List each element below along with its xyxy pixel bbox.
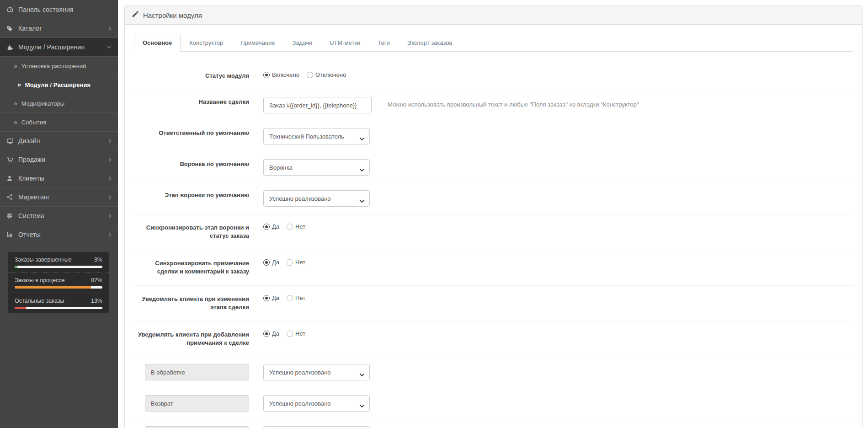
stat-label: Заказы в процессе xyxy=(15,277,64,284)
sidebar-item-маркетинг[interactable]: Маркетинг xyxy=(0,187,118,206)
sidebar-item-установка-расширений[interactable]: »Установка расширений xyxy=(0,56,118,75)
radio-circle-icon xyxy=(287,259,293,266)
stage-select[interactable]: Успешно реализовано xyxy=(263,364,370,380)
radio-option[interactable]: Да xyxy=(263,223,279,230)
sidebar-item-дизайн[interactable]: Дизайн xyxy=(0,131,118,150)
stat-value: 3% xyxy=(94,257,102,263)
field-hint: Можно использовать произвольный текст и … xyxy=(388,97,639,108)
chevron-right-icon xyxy=(108,176,112,181)
page-title: Настройки модуля xyxy=(143,11,202,19)
radio-option[interactable]: Да xyxy=(263,294,279,301)
panel-body: ОсновноеКонструкторПримечаниеЗадачиUTM-м… xyxy=(125,25,862,428)
stage-select[interactable]: Успешно реализовано xyxy=(263,395,370,412)
chevron-down-icon xyxy=(359,166,365,174)
stat-value: 13% xyxy=(91,298,102,304)
tab-экспорт-заказов[interactable]: Экспорт заказов xyxy=(399,34,461,52)
stat-value: 87% xyxy=(91,277,102,284)
sidebar-item-модули-расширения[interactable]: Модули / Расширения xyxy=(0,37,118,56)
form-row: Ответственный по умолчаниюТехнический По… xyxy=(134,121,853,152)
stage-select[interactable]: Успешно реализовано xyxy=(263,426,370,428)
tab-примечание[interactable]: Примечание xyxy=(232,34,283,52)
radio-option-label: Отключено xyxy=(315,71,346,78)
default-select[interactable]: Успешно реализовано xyxy=(263,190,370,207)
field-label: Синхронизировать этап воронки и статус з… xyxy=(134,223,249,240)
radio-circle-icon xyxy=(263,259,270,266)
select-value: Технический Пользователь xyxy=(269,133,344,140)
progress-bar xyxy=(15,307,102,309)
radio-option[interactable]: Нет xyxy=(287,330,305,337)
radio-option[interactable]: Нет xyxy=(287,223,305,230)
form-row: Уведомлять клиента при изменении этапа с… xyxy=(134,286,853,321)
sidebar-item-label: Дизайн xyxy=(18,137,108,144)
radio-circle-icon xyxy=(307,72,313,78)
radio-option[interactable]: Нет xyxy=(287,294,305,301)
radio-option-label: Да xyxy=(272,223,279,230)
default-select[interactable]: Технический Пользователь xyxy=(263,128,370,144)
sidebar: Панель состоянияКаталогМодули / Расширен… xyxy=(0,0,118,428)
form-row: Статус модуляВключеноОтключено xyxy=(134,63,853,90)
chevron-down-icon xyxy=(359,197,365,205)
sidebar-item-label: Клиенты xyxy=(18,175,108,182)
stat-row: Остальные заказы13% xyxy=(8,293,109,313)
radio-circle-icon xyxy=(287,295,293,301)
order-status-field xyxy=(145,364,249,380)
tab-задачи[interactable]: Задачи xyxy=(284,34,321,52)
order-status-field xyxy=(145,395,249,412)
sidebar-item-label: Модули / Расширения xyxy=(18,43,107,51)
sidebar-item-панель-состояния[interactable]: Панель состояния xyxy=(0,0,118,19)
radio-option[interactable]: Отключено xyxy=(307,71,346,78)
tab-основное[interactable]: Основное xyxy=(134,34,181,52)
select-value: Воронка xyxy=(269,164,293,171)
sidebar-item-каталог[interactable]: Каталог xyxy=(0,19,118,37)
radio-group: ДаНет xyxy=(263,294,313,301)
form-row: Успешно реализовано xyxy=(134,388,853,419)
share-icon xyxy=(6,194,18,200)
chevron-down-icon xyxy=(359,401,365,410)
select-value: Успешно реализовано xyxy=(269,195,331,202)
puzzle-icon xyxy=(6,44,18,51)
sidebar-item-модификаторы[interactable]: »Модификаторы xyxy=(0,94,118,112)
radio-option[interactable]: Да xyxy=(263,259,279,266)
field-label: Название сделки xyxy=(134,97,249,106)
tab-теги[interactable]: Теги xyxy=(369,34,398,52)
main-content: Настройки модуля ОсновноеКонструкторПрим… xyxy=(118,0,868,428)
radio-circle-icon xyxy=(263,295,270,301)
field-label: Синхронизировать примечание сделки и ком… xyxy=(134,258,249,276)
radio-option-label: Нет xyxy=(295,223,305,230)
tab-конструктор[interactable]: Конструктор xyxy=(181,34,232,52)
dashboard-icon xyxy=(6,6,18,13)
radio-option[interactable]: Да xyxy=(263,330,279,337)
radio-circle-icon xyxy=(263,331,270,337)
double-angle-icon: » xyxy=(14,118,17,126)
bar-chart-icon xyxy=(6,231,18,238)
sidebar-item-система[interactable]: Система xyxy=(0,206,118,225)
sidebar-item-label: Система xyxy=(18,212,108,219)
chevron-down-icon xyxy=(359,370,365,379)
deal-name-input[interactable] xyxy=(263,97,372,113)
field-label: Воронка по умолчанию xyxy=(134,159,249,168)
chevron-right-icon xyxy=(108,26,112,31)
radio-group: ВключеноОтключено xyxy=(263,71,353,78)
radio-option-label: Нет xyxy=(295,330,305,337)
sidebar-item-клиенты[interactable]: Клиенты xyxy=(0,169,118,187)
sidebar-item-события[interactable]: »События xyxy=(0,112,118,131)
sidebar-item-label: Каталог xyxy=(18,25,108,32)
field-label: Уведомлять клиента при добавлении примеч… xyxy=(134,330,249,347)
cart-icon xyxy=(6,156,18,163)
select-value: Успешно реализовано xyxy=(269,400,331,407)
stat-row: Заказы в процессе87% xyxy=(8,273,109,293)
sidebar-item-модули-расширения[interactable]: »Модули / Расширения xyxy=(0,75,118,94)
double-angle-icon: » xyxy=(14,100,17,107)
module-settings-panel: Настройки модуля ОсновноеКонструкторПрим… xyxy=(124,5,863,428)
monitor-icon xyxy=(6,138,18,144)
default-select[interactable]: Воронка xyxy=(263,159,370,176)
sidebar-item-отчеты[interactable]: Отчеты xyxy=(0,225,118,244)
radio-option[interactable]: Включено xyxy=(263,71,299,78)
form-row: Успешно реализовано xyxy=(134,419,853,428)
sidebar-item-продажи[interactable]: Продажи xyxy=(0,150,118,169)
radio-option-label: Да xyxy=(272,330,279,337)
chevron-down-icon xyxy=(107,46,112,49)
progress-fill xyxy=(15,286,91,289)
radio-option[interactable]: Нет xyxy=(287,259,305,266)
tab-utm-метки[interactable]: UTM-метки xyxy=(321,34,369,52)
